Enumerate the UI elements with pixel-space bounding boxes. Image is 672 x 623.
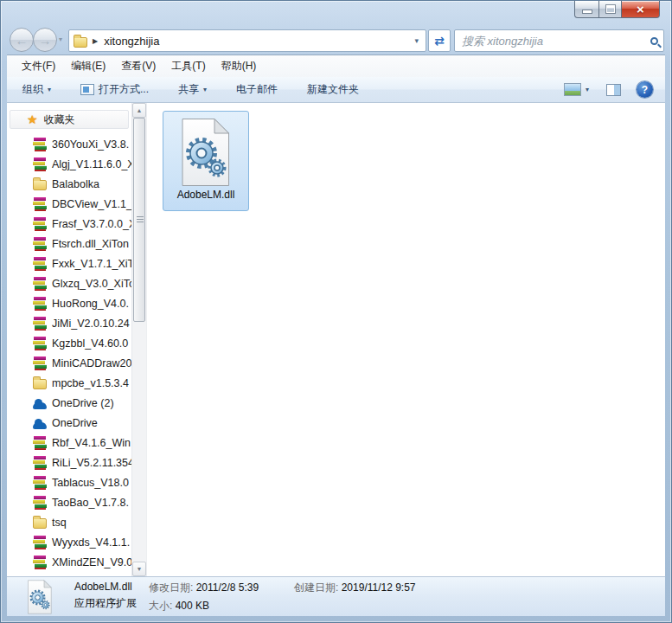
minimize-button[interactable]	[574, 1, 599, 18]
open-with-button[interactable]: 打开方式...	[72, 78, 157, 101]
close-button[interactable]: ×	[621, 1, 660, 18]
sidebar-item-label: Glxzq_V3.0_XiTo	[52, 278, 131, 290]
favorites-label: 收藏夹	[44, 112, 75, 127]
folder-icon	[33, 379, 47, 389]
address-dropdown[interactable]: ▾	[411, 36, 422, 45]
menu-file[interactable]: 文件(F)	[14, 55, 63, 77]
sidebar-item[interactable]: HuoRong_V4.0.	[7, 293, 131, 313]
share-button[interactable]: 共享 ▾	[170, 78, 215, 101]
sidebar-item-label: Kgzbbl_V4.60.0	[52, 337, 128, 350]
rar-icon	[33, 476, 47, 490]
sidebar-item-label: Ftsrch.dll_XiTon	[52, 238, 129, 250]
onedrive-icon	[33, 402, 47, 409]
search-input[interactable]	[462, 35, 650, 48]
sidebar-item[interactable]: MiniCADDraw20	[7, 353, 131, 373]
preview-pane-icon	[606, 84, 621, 96]
modified-value: 2011/2/8 5:39	[196, 581, 259, 594]
sidebar-item-label: Balabolka	[52, 178, 99, 190]
sidebar-item[interactable]: DBCView_V1.1_	[7, 194, 131, 214]
created-value: 2019/11/12 9:57	[342, 581, 416, 594]
views-icon	[564, 83, 581, 96]
sidebar-item[interactable]: Ftsrch.dll_XiTon	[7, 234, 131, 254]
forward-button[interactable]: →	[33, 28, 57, 52]
search-box[interactable]	[454, 29, 664, 52]
sidebar-item-label: 360YouXi_V3.8.	[52, 138, 129, 151]
scrollbar-thumb[interactable]	[133, 118, 145, 322]
sidebar-item-label: Frasf_V3.7.0.0_X	[52, 218, 131, 230]
sidebar-item[interactable]: Algj_V1.11.6.0_X	[7, 154, 131, 174]
rar-icon	[33, 277, 47, 291]
sidebar-item[interactable]: TaoBao_V1.7.8.	[7, 492, 131, 512]
sidebar-item-label: RiLi_V5.2.11.354	[52, 457, 131, 469]
maximize-button[interactable]	[598, 1, 622, 18]
favorites-header[interactable]: ★ 收藏夹	[10, 110, 129, 129]
file-item-adobelm[interactable]: AdobeLM.dll	[163, 111, 249, 211]
sidebar-item-label: TaoBao_V1.7.8.	[52, 497, 129, 509]
preview-pane-button[interactable]	[601, 80, 626, 100]
sidebar-item[interactable]: OneDrive	[7, 413, 131, 433]
sidebar-item[interactable]: RiLi_V5.2.11.354	[7, 453, 131, 472]
sidebar-item[interactable]: 360YouXi_V3.8.	[7, 134, 131, 154]
sidebar-item-label: OneDrive (2)	[52, 397, 114, 409]
sidebar-item[interactable]: JiMi_V2.0.10.24	[7, 313, 131, 333]
sidebar-item-label: Wyyxds_V4.1.1.	[52, 536, 130, 549]
scroll-down-button[interactable]: ▼	[132, 562, 146, 576]
breadcrumb-folder[interactable]: xitongzhijia	[104, 35, 411, 48]
back-button[interactable]: ←	[10, 28, 34, 52]
sidebar-scrollbar[interactable]: ▲ ▼	[131, 103, 146, 576]
address-bar[interactable]: ▶ xitongzhijia ▾	[68, 29, 426, 52]
sidebar-item[interactable]: tsq	[7, 512, 131, 532]
command-toolbar: 组织 ▾ 打开方式... 共享 ▾ 电子邮件 新建文件夹 ▾ ?	[7, 77, 665, 103]
sidebar-item[interactable]: mpcbe_v1.5.3.4	[7, 373, 131, 393]
sidebar-item[interactable]: Frasf_V3.7.0.0_X	[7, 214, 131, 234]
email-label: 电子邮件	[236, 82, 278, 97]
menu-edit[interactable]: 编辑(E)	[63, 55, 113, 77]
rar-icon	[33, 217, 47, 231]
file-list-area[interactable]: AdobeLM.dll	[146, 103, 665, 576]
sidebar-item[interactable]: XMindZEN_V9.0	[7, 552, 131, 572]
rar-icon	[33, 317, 47, 331]
sidebar-item[interactable]: OneDrive (2)	[7, 393, 131, 413]
chevron-down-icon: ▾	[59, 35, 62, 43]
rar-icon	[33, 237, 47, 251]
rar-icon	[33, 257, 47, 271]
scroll-up-button[interactable]: ▲	[132, 103, 146, 118]
chevron-down-icon: ▾	[586, 86, 589, 93]
menu-help[interactable]: 帮助(H)	[214, 55, 265, 77]
organize-button[interactable]: 组织 ▾	[14, 78, 60, 101]
sidebar-item[interactable]: Fxxk_V1.7.1_XiT	[7, 254, 131, 273]
new-folder-button[interactable]: 新建文件夹	[298, 78, 368, 101]
search-icon	[650, 37, 658, 45]
email-button[interactable]: 电子邮件	[227, 78, 286, 101]
sidebar-item-label: Algj_V1.11.6.0_X	[52, 158, 131, 170]
star-icon: ★	[27, 113, 38, 125]
sidebar-item[interactable]: Glxzq_V3.0_XiTo	[7, 273, 131, 293]
file-details: AdobeLM.dll 应用程序扩展 修改日期: 2011/2/8 5:39 大…	[74, 581, 416, 613]
history-dropdown[interactable]: ▾	[59, 35, 62, 43]
content-area: ★ 收藏夹 360YouXi_V3.8.Algj_V1.11.6.0_XBala…	[7, 103, 665, 576]
sidebar-item[interactable]: Wyyxds_V4.1.1.	[7, 532, 131, 552]
open-with-label: 打开方式...	[99, 82, 149, 97]
chevron-down-icon: ▾	[203, 86, 207, 93]
menu-bar: 文件(F) 编辑(E) 查看(V) 工具(T) 帮助(H)	[7, 55, 665, 77]
refresh-button[interactable]: ⇄	[428, 29, 451, 52]
sidebar-item-label: Rbf_V4.1.6_Win	[52, 437, 131, 449]
sidebar-item[interactable]: Balabolka	[7, 174, 131, 194]
caption-buttons: ×	[574, 1, 660, 18]
dll-file-icon-small	[26, 580, 54, 614]
sidebar-item[interactable]: Rbf_V4.1.6_Win	[7, 433, 131, 453]
menu-tools[interactable]: 工具(T)	[163, 55, 213, 77]
sidebar-item-label: mpcbe_v1.5.3.4	[52, 377, 129, 389]
sidebar-item-label: DBCView_V1.1_	[52, 198, 131, 210]
sidebar-item[interactable]: Tablacus_V18.0	[7, 472, 131, 492]
close-icon: ×	[637, 3, 644, 16]
navigation-pane: ★ 收藏夹 360YouXi_V3.8.Algj_V1.11.6.0_XBala…	[7, 103, 131, 576]
rar-icon	[33, 197, 47, 211]
change-view-button[interactable]: ▾	[559, 79, 594, 100]
help-button[interactable]: ?	[631, 77, 658, 102]
modified-label: 修改日期:	[149, 581, 193, 594]
rar-icon	[33, 556, 47, 569]
rar-icon	[33, 337, 47, 350]
sidebar-item[interactable]: Kgzbbl_V4.60.0	[7, 333, 131, 353]
menu-view[interactable]: 查看(V)	[113, 55, 163, 77]
